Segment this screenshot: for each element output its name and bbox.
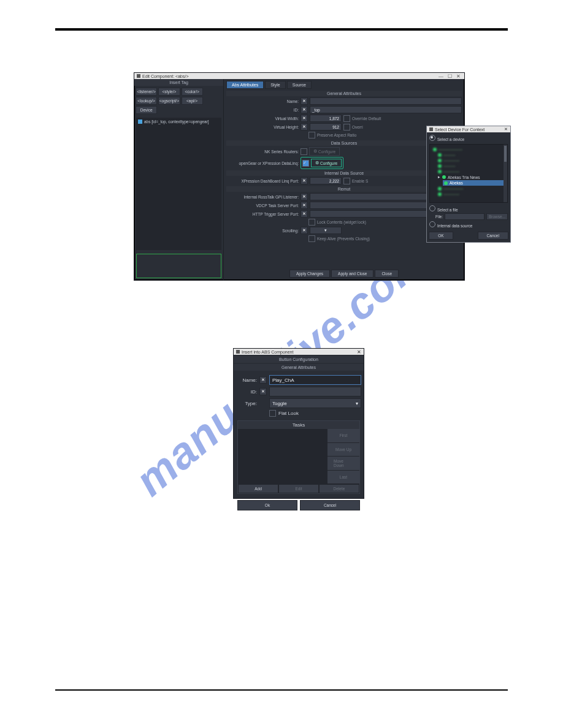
browse-button[interactable]: Browse... [486,213,508,220]
insert-abs-component-window: Insert into ABS Component ✕ Button Confi… [233,348,364,499]
last-button[interactable]: Last [327,471,359,485]
body-p10: 3. Click Add under the Tasks area. [55,549,508,561]
popup-cancel-button[interactable]: Cancel [478,232,508,240]
popup-titlebar[interactable]: Select Device For Context ✕ [427,126,510,132]
enable-s-label: Enable S [352,179,368,183]
scrolling-select[interactable]: ▾ [310,227,342,234]
override2-checkbox[interactable] [343,124,350,131]
win2-title: Insert into ABS Component [242,350,357,354]
tag-listener-button[interactable]: <listener/> [136,88,157,96]
ok-button[interactable]: Ok [237,500,297,510]
body-p3: 6. Click Apply Changes. [55,305,508,317]
body-p2: 5. Click Configure next to the openGear … [55,287,508,299]
tab-style[interactable]: Style [265,81,286,89]
win2-titlebar[interactable]: Insert into ABS Component ✕ [234,349,364,355]
body-p9: For example, Play ChA. [55,534,508,547]
tasks-list[interactable] [238,429,327,484]
type-select[interactable]: Toggle▾ [269,398,361,408]
body-p1: The Edit Component dialog box appears en… [55,55,508,67]
maximize-icon[interactable]: ☐ [446,74,453,79]
tree-item-label: abs [id=_top, contexttype=opengear] [144,119,209,124]
header-right: PanelBuilder™ [429,11,508,24]
component-tree[interactable]: abs [id=_top, contexttype=opengear] [136,118,221,250]
radio-icon [429,205,435,211]
clear-name-button[interactable]: ✕ [301,97,308,105]
lock-contents-checkbox[interactable] [308,219,315,226]
device-abekas-tria[interactable]: ▸Abekas Tria News [437,174,505,180]
select-file-option[interactable]: Select a file [429,205,508,212]
body-p5: To create Abekas controls on your panel [55,330,508,342]
tag-api-button[interactable]: <api/> [182,97,203,105]
override-default-checkbox[interactable] [343,115,350,122]
device-tree[interactable]: —————— ——— ———— ——— ———— ▸Abekas Tria Ne… [429,144,508,203]
minimize-icon[interactable]: — [437,74,445,79]
clear-id-button[interactable]: ✕ [301,106,308,113]
add-button[interactable]: Add [238,484,278,493]
id-input[interactable]: _top [310,106,462,113]
button-config-header: Button Configuration [234,356,364,363]
tag-style-button[interactable]: <style/> [158,88,180,96]
opengear-checkbox[interactable]: ✓ [302,160,309,167]
win1-titlebar[interactable]: Edit Component: <abs/> — ☐ ✕ [134,73,464,79]
clear-rosstalk-button[interactable]: ✕ [301,193,308,200]
clear-http-button[interactable]: ✕ [301,210,308,218]
cancel-button[interactable]: Cancel [300,500,360,510]
tree-item-abs[interactable]: abs [id=_top, contexttype=opengear] [138,119,220,124]
close-icon[interactable]: ✕ [504,127,508,132]
move-up-button[interactable]: Move Up [327,443,359,457]
close-icon[interactable]: ✕ [357,349,361,355]
app-icon [137,74,140,78]
apply-changes-button[interactable]: Apply Changes [289,270,330,278]
file-icon [138,119,142,124]
nk-checkbox[interactable] [301,148,307,155]
clear-vwidth-button[interactable]: ✕ [301,115,308,122]
first-button[interactable]: First [327,429,359,443]
clear-vdcp-button[interactable]: ✕ [301,202,308,209]
select-device-option[interactable]: Select a device [429,135,508,142]
id-input[interactable] [269,387,361,396]
tag-device-button[interactable]: Device [136,106,157,114]
http-label: HTTP Trigger Server Port: [226,212,299,216]
popup-ok-button[interactable]: OK [429,232,453,240]
move-down-button[interactable]: Move Down [327,457,359,471]
clear-name-button[interactable]: ✕ [259,376,267,384]
file-input[interactable] [445,213,484,220]
close-button[interactable]: Close [375,270,399,278]
xpression-port-input[interactable]: 2,222 [310,177,342,184]
name-label: Name: [236,377,257,383]
device-abekas[interactable]: Abekas [443,180,505,186]
clear-vheight-button[interactable]: ✕ [301,123,308,131]
tag-ogscript-button[interactable]: <ogscript/> [158,97,180,105]
delete-button[interactable]: Delete [319,484,359,493]
tag-lookup-button[interactable]: <lookup/> [136,97,157,105]
tab-source[interactable]: Source [287,81,312,89]
scrollbar[interactable] [504,145,507,202]
flat-look-checkbox[interactable] [269,410,276,417]
apply-and-close-button[interactable]: Apply and Close [331,270,373,278]
tab-abs-attributes[interactable]: Abs Attributes [226,81,264,89]
vheight-input[interactable]: 912 [310,123,342,131]
tag-color-button[interactable]: <color/> [182,88,203,96]
opengear-configure-button[interactable]: ⚙Configure [311,159,342,167]
body-p8: 2. In the Name box, type a name for the … [55,520,508,532]
preserve-aspect-checkbox[interactable] [308,132,315,138]
lock-contents-label: Lock Contents (widget lock) [317,220,366,224]
chevron-down-icon: ▾ [356,401,358,406]
clear-xpression-button[interactable]: ✕ [301,177,308,184]
edit-button[interactable]: Edit [278,484,319,493]
keepalive-checkbox[interactable] [308,235,315,242]
preserve-aspect-label: Preserve Aspect Ratio [317,133,356,137]
flat-look-label: Flat Look [278,411,299,416]
name-input[interactable] [310,97,462,105]
status-dot-icon [442,175,446,179]
enable-s-checkbox[interactable] [343,178,350,184]
clear-scrolling-button[interactable]: ✕ [301,227,308,234]
nk-configure-button[interactable]: ⚙Configure [309,147,340,156]
vwidth-input[interactable]: 1,872 [310,115,342,122]
win1-title: Edit Component: <abs/> [142,74,437,78]
name-input[interactable]: Play_ChA [269,375,361,385]
internal-ds-option[interactable]: Internal data source [429,221,508,228]
name-label: Name: [226,99,299,104]
clear-id-button[interactable]: ✕ [259,388,267,395]
close-icon[interactable]: ✕ [454,74,462,79]
